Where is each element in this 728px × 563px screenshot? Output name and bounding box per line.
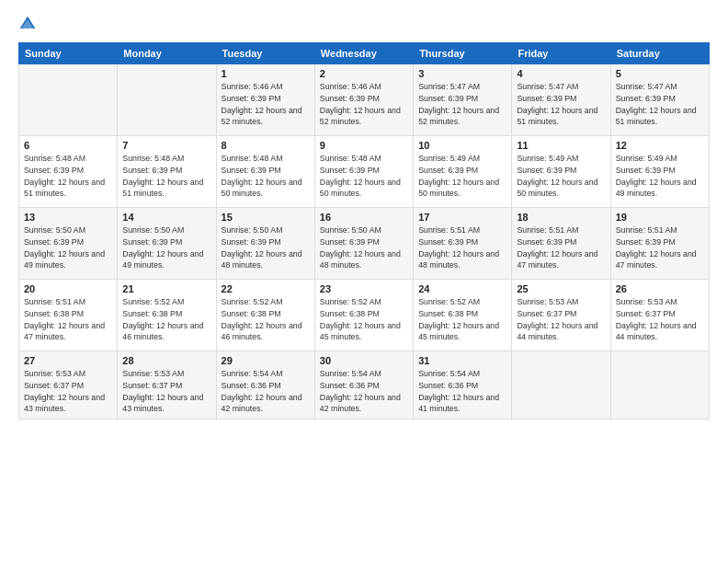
calendar-cell — [610, 351, 709, 419]
day-info: Sunrise: 5:52 AMSunset: 6:38 PMDaylight:… — [320, 296, 408, 343]
calendar-cell: 23Sunrise: 5:52 AMSunset: 6:38 PMDayligh… — [314, 280, 413, 351]
day-number: 25 — [517, 283, 605, 294]
day-number: 29 — [222, 355, 310, 366]
day-number: 7 — [122, 140, 210, 151]
calendar-cell: 30Sunrise: 5:54 AMSunset: 6:36 PMDayligh… — [314, 351, 413, 419]
day-info: Sunrise: 5:53 AMSunset: 6:37 PMDaylight:… — [122, 368, 210, 415]
day-number: 27 — [24, 355, 112, 366]
day-info: Sunrise: 5:52 AMSunset: 6:38 PMDaylight:… — [418, 296, 506, 343]
calendar-cell: 17Sunrise: 5:51 AMSunset: 6:39 PMDayligh… — [414, 208, 512, 280]
calendar-week-row: 20Sunrise: 5:51 AMSunset: 6:38 PMDayligh… — [19, 280, 710, 351]
calendar-week-row: 13Sunrise: 5:50 AMSunset: 6:39 PMDayligh… — [19, 208, 710, 280]
day-info: Sunrise: 5:51 AMSunset: 6:39 PMDaylight:… — [517, 224, 605, 271]
day-number: 4 — [517, 68, 605, 79]
day-info: Sunrise: 5:53 AMSunset: 6:37 PMDaylight:… — [24, 368, 112, 415]
day-number: 22 — [222, 283, 310, 294]
calendar-cell: 27Sunrise: 5:53 AMSunset: 6:37 PMDayligh… — [19, 351, 118, 419]
calendar-cell: 24Sunrise: 5:52 AMSunset: 6:38 PMDayligh… — [414, 280, 512, 351]
day-number: 23 — [320, 283, 408, 294]
day-number: 30 — [320, 355, 408, 366]
day-number: 2 — [320, 68, 408, 79]
day-number: 19 — [616, 212, 704, 223]
day-number: 16 — [320, 212, 408, 223]
day-info: Sunrise: 5:54 AMSunset: 6:36 PMDaylight:… — [418, 368, 506, 415]
calendar-cell: 2Sunrise: 5:46 AMSunset: 6:39 PMDaylight… — [314, 64, 413, 136]
day-info: Sunrise: 5:51 AMSunset: 6:39 PMDaylight:… — [418, 224, 506, 271]
calendar-cell: 18Sunrise: 5:51 AMSunset: 6:39 PMDayligh… — [512, 208, 610, 280]
calendar-cell: 4Sunrise: 5:47 AMSunset: 6:39 PMDaylight… — [512, 64, 610, 136]
calendar-cell — [512, 351, 610, 419]
header — [18, 15, 710, 33]
day-info: Sunrise: 5:46 AMSunset: 6:39 PMDaylight:… — [222, 81, 310, 128]
day-info: Sunrise: 5:50 AMSunset: 6:39 PMDaylight:… — [122, 224, 210, 271]
calendar-cell: 22Sunrise: 5:52 AMSunset: 6:38 PMDayligh… — [216, 280, 314, 351]
calendar-cell: 3Sunrise: 5:47 AMSunset: 6:39 PMDaylight… — [414, 64, 512, 136]
day-number: 31 — [418, 355, 506, 366]
day-info: Sunrise: 5:54 AMSunset: 6:36 PMDaylight:… — [222, 368, 310, 415]
calendar-cell: 10Sunrise: 5:49 AMSunset: 6:39 PMDayligh… — [414, 136, 512, 208]
day-number: 9 — [320, 140, 408, 151]
day-number: 3 — [418, 68, 506, 79]
calendar-cell: 1Sunrise: 5:46 AMSunset: 6:39 PMDaylight… — [216, 64, 314, 136]
day-info: Sunrise: 5:47 AMSunset: 6:39 PMDaylight:… — [418, 81, 506, 128]
day-number: 17 — [418, 212, 506, 223]
calendar: SundayMondayTuesdayWednesdayThursdayFrid… — [18, 42, 710, 419]
day-info: Sunrise: 5:50 AMSunset: 6:39 PMDaylight:… — [24, 224, 112, 271]
day-number: 10 — [418, 140, 506, 151]
calendar-cell: 9Sunrise: 5:48 AMSunset: 6:39 PMDaylight… — [314, 136, 413, 208]
calendar-cell: 7Sunrise: 5:48 AMSunset: 6:39 PMDaylight… — [118, 136, 216, 208]
day-number: 14 — [122, 212, 210, 223]
calendar-cell: 29Sunrise: 5:54 AMSunset: 6:36 PMDayligh… — [216, 351, 314, 419]
calendar-cell: 16Sunrise: 5:50 AMSunset: 6:39 PMDayligh… — [314, 208, 413, 280]
weekday-header-monday: Monday — [118, 43, 216, 64]
day-info: Sunrise: 5:48 AMSunset: 6:39 PMDaylight:… — [320, 153, 408, 200]
calendar-cell: 8Sunrise: 5:48 AMSunset: 6:39 PMDaylight… — [216, 136, 314, 208]
calendar-cell: 5Sunrise: 5:47 AMSunset: 6:39 PMDaylight… — [610, 64, 709, 136]
day-number: 5 — [616, 68, 704, 79]
day-info: Sunrise: 5:53 AMSunset: 6:37 PMDaylight:… — [616, 296, 704, 343]
weekday-header-sunday: Sunday — [19, 43, 118, 64]
day-info: Sunrise: 5:50 AMSunset: 6:39 PMDaylight:… — [222, 224, 310, 271]
day-info: Sunrise: 5:50 AMSunset: 6:39 PMDaylight:… — [320, 224, 408, 271]
day-number: 1 — [222, 68, 310, 79]
day-number: 13 — [24, 212, 112, 223]
day-info: Sunrise: 5:51 AMSunset: 6:38 PMDaylight:… — [24, 296, 112, 343]
calendar-week-row: 27Sunrise: 5:53 AMSunset: 6:37 PMDayligh… — [19, 351, 710, 419]
weekday-header-tuesday: Tuesday — [216, 43, 314, 64]
day-number: 12 — [616, 140, 704, 151]
calendar-cell: 14Sunrise: 5:50 AMSunset: 6:39 PMDayligh… — [118, 208, 216, 280]
calendar-cell — [118, 64, 216, 136]
day-info: Sunrise: 5:54 AMSunset: 6:36 PMDaylight:… — [320, 368, 408, 415]
day-number: 21 — [122, 283, 210, 294]
page: SundayMondayTuesdayWednesdayThursdayFrid… — [0, 0, 728, 563]
calendar-cell — [19, 64, 118, 136]
weekday-header-thursday: Thursday — [414, 43, 512, 64]
day-info: Sunrise: 5:48 AMSunset: 6:39 PMDaylight:… — [122, 153, 210, 200]
day-number: 8 — [222, 140, 310, 151]
day-info: Sunrise: 5:51 AMSunset: 6:39 PMDaylight:… — [616, 224, 704, 271]
day-info: Sunrise: 5:52 AMSunset: 6:38 PMDaylight:… — [222, 296, 310, 343]
day-info: Sunrise: 5:49 AMSunset: 6:39 PMDaylight:… — [616, 153, 704, 200]
calendar-cell: 28Sunrise: 5:53 AMSunset: 6:37 PMDayligh… — [118, 351, 216, 419]
day-number: 6 — [24, 140, 112, 151]
logo-icon — [18, 15, 37, 33]
calendar-cell: 15Sunrise: 5:50 AMSunset: 6:39 PMDayligh… — [216, 208, 314, 280]
calendar-week-row: 6Sunrise: 5:48 AMSunset: 6:39 PMDaylight… — [19, 136, 710, 208]
day-number: 18 — [517, 212, 605, 223]
calendar-cell: 11Sunrise: 5:49 AMSunset: 6:39 PMDayligh… — [512, 136, 610, 208]
day-info: Sunrise: 5:46 AMSunset: 6:39 PMDaylight:… — [320, 81, 408, 128]
day-info: Sunrise: 5:48 AMSunset: 6:39 PMDaylight:… — [222, 153, 310, 200]
calendar-cell: 6Sunrise: 5:48 AMSunset: 6:39 PMDaylight… — [19, 136, 118, 208]
logo — [18, 15, 40, 33]
day-info: Sunrise: 5:49 AMSunset: 6:39 PMDaylight:… — [418, 153, 506, 200]
calendar-cell: 21Sunrise: 5:52 AMSunset: 6:38 PMDayligh… — [118, 280, 216, 351]
calendar-cell: 12Sunrise: 5:49 AMSunset: 6:39 PMDayligh… — [610, 136, 709, 208]
calendar-cell: 19Sunrise: 5:51 AMSunset: 6:39 PMDayligh… — [610, 208, 709, 280]
calendar-cell: 25Sunrise: 5:53 AMSunset: 6:37 PMDayligh… — [512, 280, 610, 351]
day-number: 20 — [24, 283, 112, 294]
day-number: 11 — [517, 140, 605, 151]
weekday-header-wednesday: Wednesday — [314, 43, 413, 64]
calendar-week-row: 1Sunrise: 5:46 AMSunset: 6:39 PMDaylight… — [19, 64, 710, 136]
weekday-header-friday: Friday — [512, 43, 610, 64]
calendar-cell: 26Sunrise: 5:53 AMSunset: 6:37 PMDayligh… — [610, 280, 709, 351]
